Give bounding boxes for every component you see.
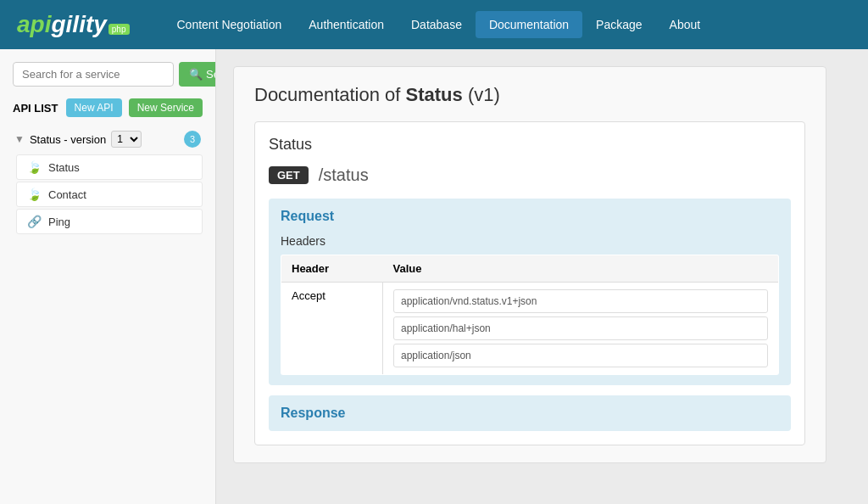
api-group-name: Status - version [30, 133, 106, 146]
logo-api: api [17, 11, 51, 38]
logo-php: php [108, 24, 130, 35]
logo-gility: gility [51, 11, 106, 38]
endpoint-row: GET /status [269, 165, 791, 185]
doc-title-prefix: Documentation of [254, 84, 406, 105]
value-entries: application/vnd.status.v1+json applicati… [393, 289, 768, 367]
status-section: Status GET /status Request Headers Heade… [254, 121, 805, 445]
request-section: Request Headers Header Value Accept [269, 199, 791, 385]
search-row: 🔍 Search [13, 62, 203, 87]
value-entry-2: application/json [393, 344, 768, 367]
chevron-down-icon[interactable]: ▼ [14, 133, 25, 145]
doc-title-bold: Status [406, 84, 463, 105]
col-value: Value [383, 255, 779, 283]
table-row: Accept application/vnd.status.v1+json ap… [281, 283, 779, 375]
nav-about[interactable]: About [656, 11, 715, 38]
api-item-contact[interactable]: 🍃 Contact [16, 182, 203, 207]
version-select[interactable]: 1 2 [111, 131, 142, 148]
new-service-button[interactable]: New Service [129, 98, 203, 117]
sidebar: 🔍 Search API LIST New API New Service ▼ … [0, 49, 216, 504]
api-count-badge: 3 [184, 131, 201, 148]
main-content: Documentation of Status (v1) Status GET … [216, 49, 868, 504]
api-item-status[interactable]: 🍃 Status [16, 154, 203, 180]
response-section: Response [269, 395, 791, 431]
request-title: Request [281, 209, 779, 224]
headers-table: Header Value Accept application/vnd.stat… [281, 255, 779, 375]
api-item-status-label: Status [48, 161, 80, 174]
search-button-label: Search [206, 68, 216, 81]
leaf-icon: 🍃 [27, 160, 42, 174]
value-entry-0: application/vnd.status.v1+json [393, 289, 768, 313]
api-item-contact-label: Contact [48, 188, 86, 201]
search-button[interactable]: 🔍 Search [179, 62, 216, 87]
api-items-list: 🍃 Status 🍃 Contact 🔗 Ping [13, 154, 203, 234]
api-item-ping-label: Ping [48, 216, 70, 228]
api-item-ping[interactable]: 🔗 Ping [16, 209, 203, 234]
col-header: Header [281, 255, 383, 283]
endpoint-path: /status [319, 165, 369, 185]
logo: apigilityphp [17, 11, 130, 38]
nav-database[interactable]: Database [398, 11, 476, 38]
top-nav: apigilityphp Content Negotiation Authent… [0, 0, 868, 49]
method-badge: GET [269, 166, 309, 184]
nav-documentation[interactable]: Documentation [476, 11, 582, 38]
api-list-header: API LIST New API New Service [13, 98, 203, 117]
doc-title-suffix: (v1) [463, 84, 500, 105]
api-group: ▼ Status - version 1 2 3 🍃 Status 🍃 Cont… [13, 127, 203, 234]
nav-authentication[interactable]: Authentication [295, 11, 398, 38]
section-title: Status [269, 136, 791, 154]
leaf-icon-contact: 🍃 [27, 188, 42, 201]
response-title: Response [281, 406, 779, 421]
search-icon: 🔍 [189, 68, 203, 81]
api-list-label: API LIST [13, 102, 59, 115]
headers-label: Headers [281, 234, 779, 248]
new-api-button[interactable]: New API [66, 98, 122, 117]
layout: 🔍 Search API LIST New API New Service ▼ … [0, 49, 868, 504]
doc-panel: Documentation of Status (v1) Status GET … [233, 66, 826, 463]
header-cell: Accept [281, 283, 383, 375]
nav-links: Content Negotiation Authentication Datab… [164, 11, 852, 38]
value-entry-1: application/hal+json [393, 316, 768, 340]
api-group-header: ▼ Status - version 1 2 3 [13, 127, 203, 151]
search-input[interactable] [13, 62, 174, 87]
value-cell: application/vnd.status.v1+json applicati… [383, 283, 779, 375]
nav-content-negotiation[interactable]: Content Negotiation [164, 11, 296, 38]
link-icon: 🔗 [27, 215, 42, 228]
nav-package[interactable]: Package [582, 11, 655, 38]
doc-title: Documentation of Status (v1) [254, 84, 805, 106]
